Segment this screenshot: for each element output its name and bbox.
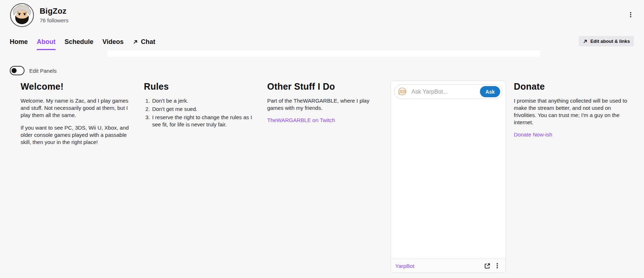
robot-icon — [398, 87, 407, 97]
panel-other-stuff: Other Stuff I Do Part of the TheWARGARBL… — [267, 81, 383, 124]
tab-home[interactable]: Home — [10, 38, 28, 50]
panel-welcome-paragraph-1: Welcome. My name is Zac, and I play game… — [21, 97, 136, 119]
toggle-knob — [12, 68, 17, 73]
panel-welcome: Welcome! Welcome. My name is Zac, and I … — [21, 81, 136, 151]
ask-button[interactable]: Ask — [480, 86, 500, 97]
yarpbot-link[interactable]: YarpBot — [395, 263, 482, 269]
panel-welcome-paragraph-2: If you want to see PC, 3DS, Wii U, Xbox,… — [21, 124, 136, 146]
panel-welcome-title: Welcome! — [21, 81, 136, 92]
kebab-menu-icon[interactable] — [492, 261, 502, 271]
tab-videos[interactable]: Videos — [102, 38, 124, 50]
tab-about-label: About — [37, 38, 56, 46]
followers-count: 76 followers — [40, 17, 69, 23]
yarpbot-widget: Ask YarpBot — [391, 81, 506, 273]
rules-list-item: Don't get me sued. — [151, 106, 259, 113]
edit-panels-toggle[interactable] — [10, 66, 25, 75]
edit-panels-control: Edit Panels — [10, 66, 57, 75]
rules-list-item: Don't be a jerk. — [151, 97, 259, 104]
channel-header: BigZoz 76 followers — [10, 3, 69, 27]
yarpbot-response-area — [391, 102, 506, 259]
external-link-icon[interactable] — [482, 261, 492, 271]
tab-chat-label: Chat — [141, 38, 155, 46]
panel-donate-paragraph: I promise that anything collected will b… — [514, 97, 633, 126]
channel-title-block: BigZoz 76 followers — [40, 7, 69, 23]
edit-panels-label: Edit Panels — [29, 68, 57, 74]
tab-schedule-label: Schedule — [65, 38, 93, 46]
edit-about-links-label: Edit about & links — [590, 39, 630, 44]
channel-name: BigZoz — [40, 7, 69, 15]
rules-list-item: I reserve the right to change the rules … — [151, 114, 259, 128]
donate-link[interactable]: Donate Now-ish — [514, 131, 552, 138]
white-strip — [107, 50, 540, 57]
tab-chat[interactable]: Chat — [133, 38, 155, 50]
tab-home-label: Home — [10, 38, 28, 46]
panel-donate: Donate I promise that anything collected… — [514, 81, 633, 138]
avatar[interactable] — [10, 3, 34, 27]
panel-other-stuff-paragraph: Part of the TheWARGARBLE, where I play g… — [267, 97, 383, 112]
edit-about-links-button[interactable]: Edit about & links — [579, 36, 634, 46]
panel-donate-title: Donate — [514, 81, 633, 92]
arrow-up-right-icon — [583, 39, 588, 44]
panel-rules: Rules Don't be a jerk. Don't get me sued… — [144, 81, 259, 129]
arrow-up-right-icon — [133, 39, 138, 45]
kebab-menu-icon — [627, 12, 634, 18]
tab-about[interactable]: About — [37, 38, 56, 50]
panels-row: Welcome! Welcome. My name is Zac, and I … — [21, 81, 633, 273]
channel-nav: Home About Schedule Videos Chat — [10, 38, 155, 50]
yarpbot-askbar: Ask — [394, 84, 502, 99]
ask-yarpbot-input[interactable] — [411, 88, 477, 95]
avatar-illustration — [11, 4, 33, 26]
tab-schedule[interactable]: Schedule — [65, 38, 93, 50]
channel-options-button[interactable] — [625, 9, 636, 20]
tab-videos-label: Videos — [102, 38, 124, 46]
rules-list: Don't be a jerk. Don't get me sued. I re… — [144, 97, 259, 128]
panel-other-stuff-title: Other Stuff I Do — [267, 81, 383, 92]
yarpbot-footer: YarpBot — [391, 259, 506, 273]
wargarble-twitch-link[interactable]: TheWARGARBLE on Twitch — [267, 117, 335, 123]
panel-rules-title: Rules — [144, 81, 259, 92]
